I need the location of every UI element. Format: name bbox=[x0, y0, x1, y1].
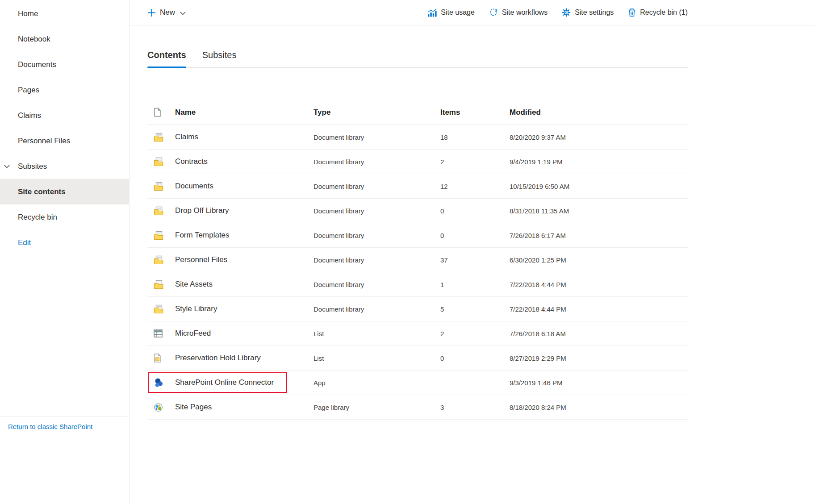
table-row[interactable]: Site AssetsDocument library17/22/2018 4:… bbox=[147, 272, 688, 297]
tabs: ContentsSubsites bbox=[147, 49, 688, 68]
command-label: Recycle bin (1) bbox=[640, 8, 688, 17]
table-row[interactable]: SharePoint Online ConnectorApp9/3/2019 1… bbox=[147, 371, 688, 395]
item-count: 12 bbox=[440, 183, 510, 190]
item-type: Document library bbox=[313, 158, 440, 166]
sidebar-nav: HomeNotebookDocumentsPagesClaimsPersonne… bbox=[0, 1, 129, 255]
item-type-icon-cell bbox=[147, 304, 175, 314]
sidebar-item-subsites[interactable]: Subsites bbox=[0, 154, 129, 179]
sharepoint-site-contents-page: HomeNotebookDocumentsPagesClaimsPersonne… bbox=[0, 0, 815, 504]
list-icon bbox=[154, 329, 163, 337]
item-count: 0 bbox=[440, 354, 510, 362]
item-name[interactable]: Claims bbox=[175, 133, 313, 142]
item-modified: 8/18/2020 8:24 PM bbox=[510, 404, 688, 411]
site-settings-button[interactable]: Site settings bbox=[562, 8, 614, 17]
item-type-icon-cell bbox=[147, 157, 175, 167]
main-content: New Site usageSite workflowsSite setting… bbox=[130, 0, 815, 504]
table-row[interactable]: Site PagesPage library38/18/2020 8:24 PM bbox=[147, 395, 688, 420]
item-type: Page library bbox=[313, 404, 440, 411]
item-name[interactable]: SharePoint Online Connector bbox=[175, 378, 313, 387]
table-row[interactable]: DocumentsDocument library1210/15/2019 6:… bbox=[147, 174, 688, 199]
table-row[interactable]: Style LibraryDocument library57/22/2018 … bbox=[147, 297, 688, 321]
trash-icon bbox=[628, 8, 636, 17]
item-name[interactable]: Form Templates bbox=[175, 231, 313, 240]
item-modified: 7/26/2018 6:17 AM bbox=[510, 232, 688, 239]
sidebar-item-documents[interactable]: Documents bbox=[0, 52, 129, 77]
table-row[interactable]: ContractsDocument library29/4/2019 1:19 … bbox=[147, 150, 688, 174]
site-workflows-button[interactable]: Site workflows bbox=[489, 8, 548, 17]
item-name[interactable]: Documents bbox=[175, 182, 313, 191]
doc-icon bbox=[154, 354, 161, 362]
sidebar-item-site-contents[interactable]: Site contents bbox=[0, 179, 129, 204]
column-header-modified[interactable]: Modified bbox=[510, 108, 688, 117]
sidebar-item-label: Pages bbox=[18, 86, 39, 95]
chevron-down-icon bbox=[180, 12, 186, 15]
pages-icon bbox=[154, 403, 163, 412]
item-type-icon-cell bbox=[147, 329, 175, 337]
chart-icon bbox=[427, 8, 437, 17]
item-type-icon-cell bbox=[147, 280, 175, 289]
new-button-label: New bbox=[160, 8, 175, 17]
doclib-icon bbox=[154, 206, 163, 216]
table-row[interactable]: Form TemplatesDocument library07/26/2018… bbox=[147, 223, 688, 248]
item-type: App bbox=[313, 379, 440, 387]
item-name[interactable]: Style Library bbox=[175, 304, 313, 313]
item-count: 1 bbox=[440, 281, 510, 288]
sidebar-item-pages[interactable]: Pages bbox=[0, 77, 129, 103]
doclib-icon bbox=[154, 133, 163, 142]
tab-subsites[interactable]: Subsites bbox=[202, 49, 237, 67]
item-modified: 7/22/2018 4:44 PM bbox=[510, 305, 688, 313]
table-row[interactable]: MicroFeedList27/26/2018 6:18 AM bbox=[147, 321, 688, 346]
doclib-icon bbox=[154, 304, 163, 314]
recycle-bin-1-button[interactable]: Recycle bin (1) bbox=[628, 8, 688, 17]
item-count: 5 bbox=[440, 305, 510, 313]
sidebar-item-label: Recycle bin bbox=[18, 213, 57, 222]
item-name[interactable]: MicroFeed bbox=[175, 329, 313, 338]
sidebar-item-label: Claims bbox=[18, 111, 41, 120]
item-name[interactable]: Site Pages bbox=[175, 403, 313, 412]
item-count: 37 bbox=[440, 256, 510, 264]
column-header-type[interactable]: Type bbox=[313, 108, 440, 117]
new-button[interactable]: New bbox=[147, 8, 186, 17]
column-header-items[interactable]: Items bbox=[440, 108, 510, 117]
site-usage-button[interactable]: Site usage bbox=[427, 8, 475, 17]
sidebar-item-label: Subsites bbox=[18, 162, 47, 171]
item-name[interactable]: Personnel Files bbox=[175, 255, 313, 264]
table-row[interactable]: ClaimsDocument library188/20/2020 9:37 A… bbox=[147, 125, 688, 150]
item-modified: 10/15/2019 6:50 AM bbox=[510, 183, 688, 190]
doclib-icon bbox=[154, 231, 163, 240]
item-type-icon-cell bbox=[147, 378, 175, 387]
sidebar-item-home[interactable]: Home bbox=[0, 1, 129, 26]
item-modified: 7/26/2018 6:18 AM bbox=[510, 330, 688, 337]
item-name[interactable]: Contracts bbox=[175, 157, 313, 166]
item-type: Document library bbox=[313, 133, 440, 141]
item-modified: 7/22/2018 4:44 PM bbox=[510, 281, 688, 288]
tab-contents[interactable]: Contents bbox=[147, 49, 186, 67]
sidebar-item-label: Edit bbox=[18, 238, 31, 247]
doclib-icon bbox=[154, 280, 163, 289]
item-type: Document library bbox=[313, 281, 440, 288]
return-to-classic-link[interactable]: Return to classic SharePoint bbox=[8, 423, 92, 430]
command-label: Site usage bbox=[441, 8, 475, 17]
item-type: Document library bbox=[313, 305, 440, 313]
table-row[interactable]: Preservation Hold LibraryList08/27/2019 … bbox=[147, 346, 688, 371]
table-row[interactable]: Personnel FilesDocument library376/30/20… bbox=[147, 248, 688, 272]
item-count: 0 bbox=[440, 207, 510, 215]
item-name[interactable]: Drop Off Library bbox=[175, 206, 313, 215]
sidebar-item-label: Documents bbox=[18, 60, 56, 69]
sidebar-item-notebook[interactable]: Notebook bbox=[0, 26, 129, 52]
item-type-icon-cell bbox=[147, 182, 175, 191]
sidebar-item-label: Notebook bbox=[18, 35, 50, 44]
item-name[interactable]: Preservation Hold Library bbox=[175, 354, 313, 362]
item-name[interactable]: Site Assets bbox=[175, 280, 313, 289]
sync-icon bbox=[489, 8, 498, 17]
command-label: Site settings bbox=[575, 8, 614, 17]
sidebar-item-label: Personnel Files bbox=[18, 137, 70, 146]
sidebar-item-personnel-files[interactable]: Personnel Files bbox=[0, 128, 129, 154]
sidebar-item-edit[interactable]: Edit bbox=[0, 230, 129, 255]
item-type-icon-cell bbox=[147, 231, 175, 240]
column-header-name[interactable]: Name bbox=[175, 108, 313, 117]
sidebar-item-recycle-bin[interactable]: Recycle bin bbox=[0, 204, 129, 230]
sidebar-item-claims[interactable]: Claims bbox=[0, 103, 129, 128]
doclib-icon bbox=[154, 255, 163, 265]
table-row[interactable]: Drop Off LibraryDocument library08/31/20… bbox=[147, 199, 688, 223]
